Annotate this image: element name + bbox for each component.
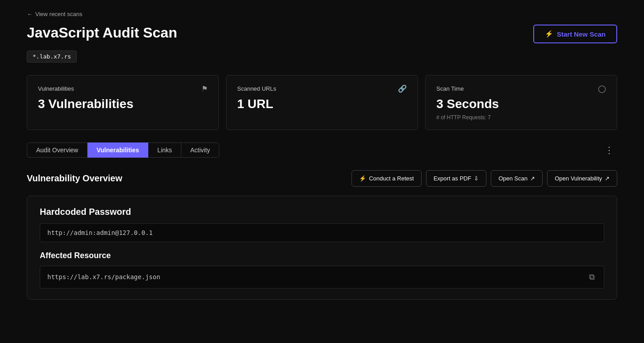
retest-flash-icon: ⚡	[359, 175, 366, 182]
tabs-container: Audit Overview Vulnerabilities Links Act…	[27, 142, 219, 158]
export-pdf-button[interactable]: Export as PDF ⇩	[426, 170, 487, 187]
vuln-card-title: Hardcoded Password	[40, 207, 604, 217]
scanned-urls-card: Scanned URLs 🔗 1 URL	[226, 75, 418, 130]
vulnerabilities-card: Vulnerabilities ⚑ 3 Vulnerabilities	[27, 75, 219, 130]
affected-resource-box: https://lab.x7.rs/package.json ⧉	[40, 266, 604, 289]
start-new-scan-button[interactable]: ⚡ Start New Scan	[533, 25, 617, 43]
affected-resource-url: https://lab.x7.rs/package.json	[47, 273, 583, 280]
back-link-label: View recent scans	[35, 11, 82, 17]
open-vulnerability-button[interactable]: Open Vulnerability ↗	[547, 170, 617, 187]
time-stat-value: 3 Seconds	[436, 96, 606, 112]
page-title: JavaScript Audit Scan	[27, 25, 177, 41]
vulnerability-overview-title: Vulnerability Overview	[27, 173, 122, 184]
vulnerability-card: Hardcoded Password http://admin:admin@12…	[27, 196, 617, 300]
vuln-url-display: http://admin:admin@127.0.0.1	[40, 223, 604, 242]
flag-icon: ⚑	[201, 84, 208, 93]
tab-activity[interactable]: Activity	[181, 142, 219, 158]
urls-stat-value: 1 URL	[237, 96, 407, 112]
vulnerability-overview-header: Vulnerability Overview ⚡ Conduct a Retes…	[27, 170, 617, 187]
copy-url-button[interactable]: ⧉	[587, 272, 597, 283]
open-scan-button[interactable]: Open Scan ↗	[491, 170, 543, 187]
urls-stat-label: Scanned URLs	[237, 85, 276, 92]
flash-icon: ⚡	[545, 30, 553, 38]
scan-time-card: Scan Time ◯ 3 Seconds # of HTTP Requests…	[425, 75, 617, 130]
link-icon: 🔗	[398, 84, 407, 93]
clock-icon: ◯	[598, 84, 606, 93]
time-stat-label: Scan Time	[436, 85, 464, 92]
affected-resource-title: Affected Resource	[40, 251, 604, 260]
copy-icon: ⧉	[589, 272, 595, 281]
http-requests-sub: # of HTTP Requests: 7	[436, 114, 606, 121]
vuln-stat-value: 3 Vulnerabilities	[38, 96, 208, 112]
back-arrow-icon: ←	[27, 11, 33, 17]
vuln-stat-label: Vulnerabilities	[38, 85, 74, 92]
stats-row: Vulnerabilities ⚑ 3 Vulnerabilities Scan…	[27, 75, 617, 130]
open-scan-external-icon: ↗	[530, 175, 535, 182]
tab-vulnerabilities[interactable]: Vulnerabilities	[88, 142, 148, 158]
back-link[interactable]: ← View recent scans	[27, 11, 617, 17]
domain-badge: *.lab.x7.rs	[27, 50, 77, 63]
tab-audit-overview[interactable]: Audit Overview	[27, 142, 88, 158]
conduct-retest-button[interactable]: ⚡ Conduct a Retest	[351, 170, 421, 187]
download-icon: ⇩	[474, 175, 479, 182]
more-options-button[interactable]: ⋮	[601, 143, 617, 157]
tab-links[interactable]: Links	[148, 142, 181, 158]
action-buttons-group: ⚡ Conduct a Retest Export as PDF ⇩ Open …	[351, 170, 617, 187]
open-vuln-external-icon: ↗	[605, 175, 610, 182]
